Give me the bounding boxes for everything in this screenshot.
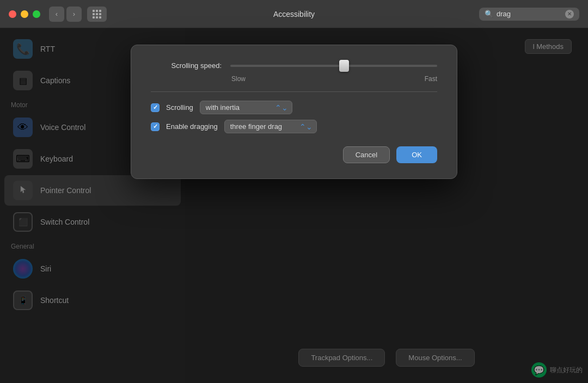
- close-button[interactable]: [9, 10, 16, 18]
- scrolling-checkbox[interactable]: ✓: [151, 103, 160, 112]
- scrolling-speed-label: Scrolling speed:: [151, 61, 222, 70]
- forward-button[interactable]: ›: [66, 7, 82, 22]
- modal-overlay: Scrolling speed: Slow Fast ✓ Scrolling w…: [0, 28, 588, 383]
- modal-slider-thumb[interactable]: [339, 60, 349, 72]
- cancel-button[interactable]: Cancel: [343, 146, 390, 163]
- scrolling-checkbox-row: ✓ Scrolling with inertia without inertia…: [151, 101, 437, 114]
- maximize-button[interactable]: [33, 10, 40, 18]
- nav-buttons: ‹ ›: [49, 7, 107, 22]
- scrolling-dropdown-wrapper: with inertia without inertia ⌃⌄: [200, 101, 292, 114]
- scrolling-label: Scrolling: [166, 103, 193, 112]
- modal-divider: [151, 91, 437, 92]
- back-button[interactable]: ‹: [49, 7, 64, 22]
- modal-slider-row: Scrolling speed:: [151, 61, 437, 70]
- search-input[interactable]: [497, 10, 562, 18]
- trackpad-options-modal: Scrolling speed: Slow Fast ✓ Scrolling w…: [131, 45, 457, 179]
- fast-label-modal: Fast: [425, 75, 437, 83]
- window-title: Accessibility: [273, 10, 315, 18]
- ok-button[interactable]: OK: [396, 146, 437, 163]
- dragging-dropdown-wrapper: three finger drag with drag lock without…: [224, 120, 317, 133]
- scrolling-checkmark: ✓: [153, 104, 158, 111]
- grid-icon: [93, 10, 101, 18]
- dragging-checkbox[interactable]: ✓: [151, 122, 160, 131]
- title-bar: ‹ › Accessibility 🔍 ✕: [0, 0, 588, 28]
- modal-slider-track[interactable]: [230, 65, 437, 67]
- dragging-checkmark: ✓: [153, 123, 158, 130]
- scrolling-dropdown[interactable]: with inertia without inertia: [200, 101, 292, 114]
- search-icon: 🔍: [485, 10, 493, 18]
- minimize-button[interactable]: [21, 10, 28, 18]
- modal-buttons: Cancel OK: [151, 146, 437, 163]
- dragging-dropdown[interactable]: three finger drag with drag lock without…: [224, 120, 317, 133]
- traffic-lights: [9, 10, 40, 18]
- slow-label: Slow: [231, 75, 246, 83]
- dragging-checkbox-row: ✓ Enable dragging three finger drag with…: [151, 120, 437, 133]
- search-bar[interactable]: 🔍 ✕: [479, 8, 579, 21]
- search-clear-button[interactable]: ✕: [565, 10, 574, 18]
- dragging-label: Enable dragging: [166, 122, 218, 131]
- grid-view-button[interactable]: [87, 7, 107, 22]
- modal-slider-ends: Slow Fast: [151, 75, 437, 83]
